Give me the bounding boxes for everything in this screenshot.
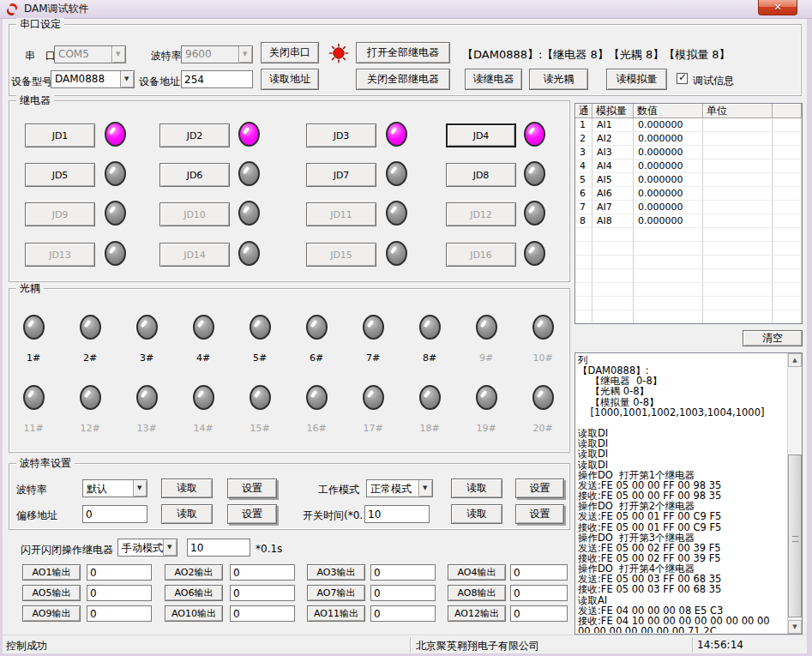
relay-led-4	[524, 122, 545, 147]
open-all-relays-button[interactable]: 打开全部继电器	[356, 42, 450, 63]
ao-output-input-9[interactable]	[87, 605, 152, 622]
opto-led-18	[419, 385, 441, 410]
table-cell	[773, 159, 802, 173]
offset-address-input[interactable]	[82, 505, 147, 523]
relay-button-8[interactable]: JD8	[446, 163, 516, 187]
baud-select[interactable]: 9600	[181, 45, 253, 63]
ao-output-button-6[interactable]: AO6输出	[165, 585, 223, 601]
table-cell	[703, 283, 773, 297]
ao-output-button-2[interactable]: AO2输出	[165, 564, 223, 581]
baud-label: 波特率	[151, 49, 182, 63]
col-header-channel[interactable]: 通	[575, 104, 592, 118]
table-row: 1AI10.000000	[575, 118, 802, 132]
ao-output-button-5[interactable]: AO5输出	[22, 585, 81, 601]
ao-output-button-3[interactable]: AO3输出	[307, 564, 365, 581]
relay-button-7[interactable]: JD7	[306, 163, 376, 187]
ao-output-input-8[interactable]	[510, 585, 568, 601]
read-analog-button[interactable]: 读模拟量	[606, 69, 667, 90]
table-row	[575, 256, 802, 269]
relay-button-3[interactable]: JD3	[306, 123, 376, 147]
ao-output-input-12[interactable]	[510, 605, 568, 622]
ao-output-input-4[interactable]	[510, 564, 568, 581]
log-output[interactable]: 列 【DAM0888】: 【继电器 0-8】 【光耦 0-8】 【模拟量 0-8…	[578, 355, 785, 633]
analog-table-body: 1AI10.0000002AI20.0000003AI30.0000004AI4…	[575, 118, 802, 324]
ao-output-button-8[interactable]: AO8输出	[448, 585, 506, 601]
relay-button-4[interactable]: JD4	[446, 123, 516, 147]
table-cell	[773, 310, 802, 324]
relay-button-9: JD9	[25, 202, 95, 226]
ao-output-button-9[interactable]: AO9输出	[22, 605, 81, 622]
table-cell: 0.000000	[634, 146, 703, 159]
table-cell	[773, 146, 802, 159]
ao-output-button-12[interactable]: AO12输出	[448, 605, 506, 622]
relay-button-5[interactable]: JD5	[25, 163, 95, 187]
scroll-up-icon[interactable]	[788, 353, 802, 367]
app-icon	[5, 3, 19, 16]
ao-output-button-4[interactable]: AO4输出	[448, 564, 506, 581]
relay-button-2[interactable]: JD2	[159, 123, 230, 147]
table-cell	[773, 214, 802, 228]
relay-led-15	[386, 241, 407, 266]
col-header-value[interactable]: 数值	[634, 104, 703, 118]
ao-output-button-1[interactable]: AO1输出	[22, 564, 81, 581]
ao-output-input-5[interactable]	[87, 585, 152, 601]
offset-set-button[interactable]: 设置	[227, 504, 277, 524]
opto-led-9	[476, 315, 497, 340]
baudrate-set-button[interactable]: 设置	[227, 478, 277, 498]
work-mode-set-button[interactable]: 设置	[515, 478, 564, 498]
ao-output-input-7[interactable]	[370, 585, 436, 601]
switch-time-read-button[interactable]: 读取	[451, 504, 502, 524]
ao-output-input-10[interactable]	[230, 605, 295, 622]
close-port-button[interactable]: 关闭串口	[261, 42, 319, 63]
scrollbar-thumb[interactable]	[788, 454, 802, 617]
relay-button-6[interactable]: JD6	[159, 163, 230, 187]
scroll-down-icon[interactable]	[788, 620, 802, 634]
work-mode-read-button[interactable]: 读取	[451, 478, 502, 498]
relay-button-16: JD16	[446, 243, 516, 267]
flash-mode-select[interactable]: 手动模式	[117, 539, 177, 557]
read-address-button[interactable]: 读取地址	[261, 69, 319, 90]
ao-output-button-10[interactable]: AO10输出	[165, 605, 223, 622]
ao-output-input-6[interactable]	[230, 585, 295, 601]
ao-output-input-2[interactable]	[230, 564, 295, 581]
offset-read-button[interactable]: 读取	[161, 504, 213, 524]
table-cell	[634, 256, 703, 269]
port-select[interactable]: COM5	[54, 45, 126, 63]
switch-time-input[interactable]	[364, 505, 430, 523]
table-row	[575, 310, 802, 324]
close-all-relays-button[interactable]: 关闭全部继电器	[356, 69, 450, 90]
model-select[interactable]: DAM0888	[51, 70, 135, 88]
ao-output-input-3[interactable]	[370, 564, 436, 581]
table-cell	[634, 228, 703, 242]
read-relays-button[interactable]: 读继电器	[465, 69, 522, 90]
ao-output-button-7[interactable]: AO7输出	[307, 585, 365, 601]
relay-button-1[interactable]: JD1	[25, 123, 95, 147]
table-cell	[703, 297, 773, 310]
flash-time-input[interactable]	[187, 539, 250, 557]
read-opto-button[interactable]: 读光耦	[529, 69, 588, 90]
debug-info-checkbox[interactable]	[677, 73, 688, 84]
switch-time-set-button[interactable]: 设置	[515, 504, 564, 524]
table-cell	[773, 201, 802, 214]
clear-button[interactable]: 清空	[743, 330, 803, 346]
baudrate-select[interactable]: 默认	[82, 479, 147, 497]
chevron-down-icon	[133, 480, 147, 497]
ao-output-button-11[interactable]: AO11输出	[307, 605, 365, 622]
col-header-analog[interactable]: 模拟量	[592, 104, 634, 118]
device-address-input[interactable]	[181, 70, 253, 88]
opto-led-12	[80, 385, 101, 410]
table-cell	[773, 269, 802, 283]
close-button[interactable]: ✕	[758, 0, 797, 15]
table-cell	[634, 283, 703, 297]
col-header-unit[interactable]: 单位	[703, 104, 773, 118]
relay-led-2	[238, 122, 260, 147]
baudrate-read-button[interactable]: 读取	[161, 478, 213, 498]
ao-output-input-11[interactable]	[370, 605, 436, 622]
table-cell	[703, 173, 773, 187]
log-scrollbar[interactable]	[787, 353, 802, 634]
table-cell	[703, 310, 773, 324]
device-info-text: 【DAM0888】:【继电器 8】【光耦 8】【模拟量 8】	[462, 47, 731, 63]
table-row: 8AI80.000000	[575, 214, 802, 228]
work-mode-select[interactable]: 正常模式	[366, 479, 433, 497]
ao-output-input-1[interactable]	[87, 564, 152, 581]
